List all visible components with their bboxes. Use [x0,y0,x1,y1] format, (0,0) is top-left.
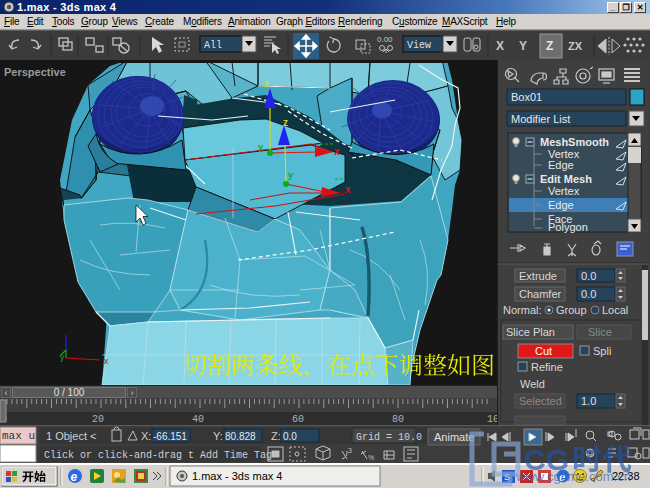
svg-text:0.0: 0.0 [283,431,297,442]
svg-text:All: All [204,40,222,51]
svg-text:0.00: 0.00 [377,35,393,44]
svg-text:MeshSmooth: MeshSmooth [540,136,609,148]
svg-text:Box01: Box01 [511,91,542,103]
svg-text:80: 80 [392,414,404,425]
svg-text:x: x [104,356,109,366]
svg-text:Grid = 10.0: Grid = 10.0 [356,432,422,443]
svg-text:Weld: Weld [520,378,545,390]
svg-text:Local: Local [602,304,628,316]
svg-text:Group: Group [556,304,587,316]
svg-text:y: y [288,170,293,180]
svg-text:Slice: Slice [588,326,612,338]
svg-text:Extrude: Extrude [519,270,557,282]
svg-text:y: y [258,142,263,152]
svg-text:e: e [71,470,78,484]
svg-text:Modifier List: Modifier List [511,113,570,125]
svg-text:20: 20 [92,414,104,425]
svg-text:www.cgtime.com.cn: www.cgtime.com.cn [515,469,631,484]
svg-text:40: 40 [192,414,204,425]
svg-text:Spli: Spli [593,345,611,357]
svg-text:3: 3 [348,447,352,454]
svg-text:x: x [345,184,351,195]
svg-text:1 Object ˂: 1 Object ˂ [46,430,96,442]
svg-text:Y: Y [519,39,527,53]
svg-text:z: z [283,117,288,128]
svg-text:Edit Mesh: Edit Mesh [540,173,592,185]
svg-text:Polygon: Polygon [548,221,588,233]
svg-text:Normal:: Normal: [503,304,542,316]
svg-text:Y:: Y: [213,430,223,442]
svg-text:Refine: Refine [531,361,563,373]
svg-text:Cut: Cut [535,345,552,357]
svg-text:1.0: 1.0 [581,395,596,407]
svg-text:max u: max u [2,430,35,442]
svg-text:0.0: 0.0 [581,288,596,300]
svg-text:ZX: ZX [568,40,583,52]
svg-text:60: 60 [292,414,304,425]
svg-text:10: 10 [487,414,497,425]
svg-text:Z: Z [546,39,553,53]
svg-text:Slice Plan: Slice Plan [506,326,555,338]
svg-text:1.max - 3ds max 4: 1.max - 3ds max 4 [192,470,282,482]
svg-text:View: View [407,40,431,51]
svg-text:Selected: Selected [519,395,562,407]
svg-text:Z:: Z: [271,430,281,442]
svg-text:Perspective: Perspective [4,66,66,78]
svg-text:z: z [264,78,269,89]
svg-text:X: X [496,39,504,53]
svg-text:80.828: 80.828 [225,431,256,442]
svg-text:y: y [60,352,65,362]
svg-text:Chamfer: Chamfer [519,288,562,300]
svg-text:Add Time Tag: Add Time Tag [200,450,272,461]
svg-text:-66.151: -66.151 [153,431,187,442]
svg-text:Vertex: Vertex [548,185,580,197]
svg-text:Click or click-and-drag t: Click or click-and-drag t [44,450,194,461]
svg-text:0.0: 0.0 [581,270,596,282]
svg-text:X:: X: [141,430,151,442]
svg-text:Edge: Edge [548,199,574,211]
svg-text:Edge: Edge [548,159,574,171]
svg-text:%: % [368,454,374,461]
svg-text:x: x [334,146,340,157]
